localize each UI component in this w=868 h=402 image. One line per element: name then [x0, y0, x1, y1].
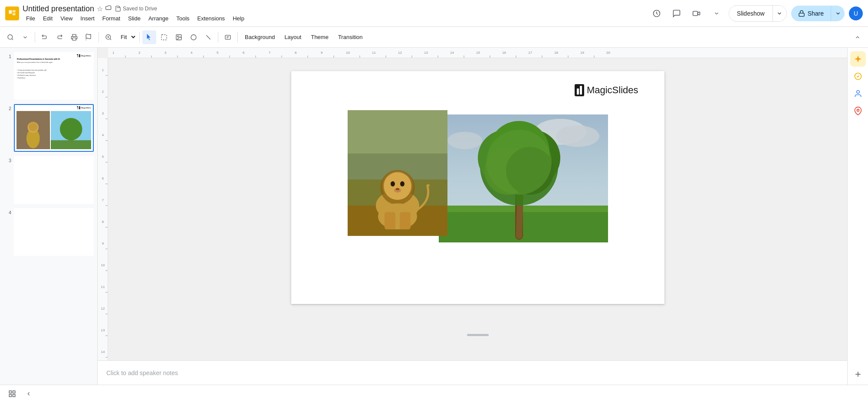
background-btn[interactable]: Background — [240, 32, 279, 42]
svg-text:13: 13 — [101, 328, 105, 332]
svg-rect-0 — [9, 10, 12, 13]
select-region-btn[interactable] — [157, 30, 171, 44]
search-btn[interactable] — [3, 30, 17, 44]
slide-2-content: MagicSlides — [15, 105, 93, 151]
slide-1-content: MagicSlides Professional Presentations i… — [15, 53, 93, 99]
canvas-wrapper: // This will be rendered by the SVG inli… — [98, 48, 847, 385]
print-btn[interactable] — [67, 30, 81, 44]
menu-file[interactable]: File — [23, 14, 39, 23]
paint-format-btn[interactable] — [82, 30, 96, 44]
doc-title-group: Untitled presentation ☆ Saved to Drive F… — [23, 4, 645, 23]
zoom-select[interactable]: Fit — [116, 32, 137, 42]
magic-slides-logo: MagicSlides — [575, 84, 638, 96]
slide-3-number: 3 — [3, 156, 11, 163]
folder-icon[interactable] — [105, 4, 112, 13]
svg-text:6: 6 — [102, 176, 104, 180]
svg-rect-12 — [161, 35, 167, 40]
svg-text:18: 18 — [554, 51, 558, 55]
contacts-sidebar-btn[interactable] — [850, 86, 866, 101]
svg-text:20: 20 — [606, 51, 610, 55]
main-content: 1 MagicSlides Professional Presentations… — [0, 48, 868, 385]
meet-icon-btn[interactable] — [689, 6, 704, 21]
slide-1-container[interactable]: 1 MagicSlides Professional Presentations… — [2, 51, 95, 101]
bottom-bar — [0, 385, 868, 402]
undo-btn[interactable] — [38, 30, 52, 44]
svg-text:17: 17 — [528, 51, 532, 55]
maps-sidebar-btn[interactable] — [850, 103, 866, 119]
menu-edit[interactable]: Edit — [39, 14, 56, 23]
slide-canvas-area[interactable]: MagicSlides — [108, 58, 847, 360]
svg-text:10: 10 — [346, 51, 350, 55]
svg-text:8: 8 — [102, 220, 104, 224]
h-ruler: // This will be rendered by the SVG inli… — [108, 48, 847, 58]
insert-shape-btn[interactable] — [187, 30, 201, 44]
doc-title[interactable]: Untitled presentation — [23, 4, 94, 13]
svg-text:4: 4 — [191, 51, 193, 55]
insert-textbox-btn[interactable] — [221, 30, 235, 44]
slide-1-number: 1 — [3, 52, 11, 59]
collapse-toolbar-btn[interactable] — [851, 30, 865, 44]
slide-3-content — [15, 157, 93, 203]
comments-icon-btn[interactable] — [669, 6, 684, 21]
star-icon[interactable]: ☆ — [97, 5, 103, 13]
svg-text:1: 1 — [112, 51, 115, 55]
svg-text:4: 4 — [102, 133, 104, 137]
menu-help[interactable]: Help — [229, 14, 248, 23]
canvas-row: 1 2 3 4 5 6 7 8 9 — [98, 58, 847, 360]
insert-image-btn[interactable] — [172, 30, 186, 44]
share-dropdown[interactable] — [831, 6, 845, 21]
add-sidebar-btn[interactable] — [851, 367, 865, 381]
slide-2-thumb[interactable]: MagicSlides — [14, 104, 94, 152]
slide-4-container[interactable]: 4 — [2, 207, 95, 257]
slide-4-thumb[interactable] — [14, 208, 94, 256]
svg-text:15: 15 — [476, 51, 480, 55]
menu-arrange[interactable]: Arrange — [145, 14, 172, 23]
zoom-menu-btn[interactable] — [18, 30, 32, 44]
app-logo[interactable] — [5, 7, 19, 20]
menu-format[interactable]: Format — [99, 14, 124, 23]
svg-rect-5 — [799, 13, 804, 16]
svg-text:1: 1 — [102, 68, 104, 72]
share-button[interactable]: Share — [791, 7, 831, 20]
svg-text:3: 3 — [164, 51, 167, 55]
menu-extensions[interactable]: Extensions — [194, 14, 229, 23]
slideshow-dropdown[interactable] — [773, 6, 786, 21]
saved-status: Saved to Drive — [115, 6, 157, 12]
select-tool-btn[interactable] — [142, 30, 156, 44]
notes-drag-handle[interactable] — [467, 334, 489, 336]
slideshow-btn-group: Slideshow — [729, 5, 787, 22]
meet-dropdown-btn[interactable] — [709, 6, 724, 21]
history-icon-btn[interactable] — [649, 6, 664, 21]
slide-1-thumb[interactable]: MagicSlides Professional Presentations i… — [14, 52, 94, 100]
slide-3-container[interactable]: 3 — [2, 155, 95, 205]
menu-insert[interactable]: Insert — [77, 14, 98, 23]
redo-btn[interactable] — [53, 30, 66, 44]
svg-text:2: 2 — [138, 51, 141, 55]
speaker-notes[interactable]: Click to add speaker notes — [98, 360, 847, 385]
user-avatar[interactable]: U — [849, 7, 863, 20]
svg-rect-68 — [98, 58, 108, 360]
menu-tools[interactable]: Tools — [173, 14, 193, 23]
share-btn-group: Share — [791, 6, 845, 21]
menu-view[interactable]: View — [57, 14, 76, 23]
menu-slide[interactable]: Slide — [125, 14, 144, 23]
insert-line-btn[interactable] — [201, 30, 215, 44]
theme-btn[interactable]: Theme — [306, 32, 332, 42]
gemini-sidebar-btn[interactable] — [850, 51, 866, 67]
grid-view-btn[interactable] — [5, 387, 19, 401]
slide-2-container[interactable]: 2 MagicSlides — [2, 103, 95, 153]
svg-text:14: 14 — [450, 51, 454, 55]
svg-text:5: 5 — [102, 155, 104, 159]
tasks-sidebar-btn[interactable] — [850, 69, 866, 84]
tree-image — [439, 114, 608, 242]
slide-3-thumb[interactable] — [14, 156, 94, 204]
layout-btn[interactable]: Layout — [280, 32, 306, 42]
svg-text:11: 11 — [101, 285, 105, 289]
menu-bar: File Edit View Insert Format Slide Arran… — [23, 14, 645, 23]
slideshow-button[interactable]: Slideshow — [729, 7, 773, 20]
zoom-group — [18, 30, 32, 44]
title-bar: Untitled presentation ☆ Saved to Drive F… — [0, 0, 868, 27]
transition-btn[interactable]: Transition — [334, 32, 367, 42]
zoom-in-btn[interactable] — [102, 30, 115, 44]
panel-collapse-btn[interactable] — [23, 388, 35, 400]
